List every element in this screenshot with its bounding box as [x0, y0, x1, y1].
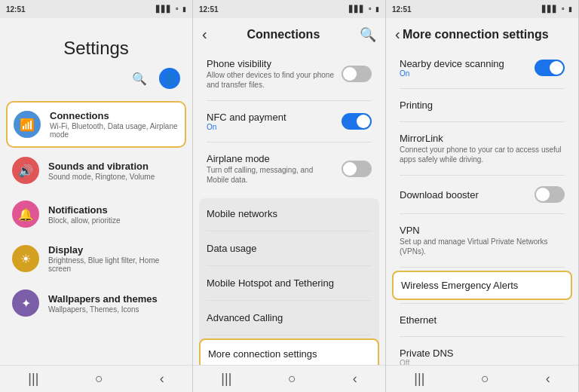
divider-m6	[400, 303, 565, 304]
vpn-subtitle: Set up and manage Virtual Private Networ…	[400, 237, 565, 256]
nearby-toggle[interactable]	[535, 60, 565, 76]
printing-title: Printing	[400, 100, 565, 111]
advanced-calling-item[interactable]: Advanced Calling	[199, 304, 379, 332]
back-button-3[interactable]: ‹	[395, 26, 400, 43]
notifications-title: Notifications	[48, 204, 180, 216]
more-connection-item[interactable]: More connection settings	[199, 338, 379, 365]
nav-back-3[interactable]: ‹	[546, 371, 550, 387]
wallpapers-subtitle: Wallpapers, Themes, Icons	[48, 305, 180, 314]
vpn-title: VPN	[400, 225, 565, 236]
nfc-item[interactable]: NFC and payment On	[199, 104, 379, 139]
nfc-text: NFC and payment On	[207, 112, 342, 131]
notifications-subtitle: Block, allow, prioritize	[48, 216, 180, 225]
hotspot-item[interactable]: Mobile Hotspot and Tethering	[199, 269, 379, 297]
nav-back-1[interactable]: ‹	[160, 371, 164, 387]
nearby-toggle-knob	[550, 61, 563, 75]
settings-item-notifications[interactable]: 🔔 Notifications Block, allow, prioritize	[6, 193, 186, 235]
airplane-title: Airplane mode	[207, 153, 335, 164]
nav-back-2[interactable]: ‹	[353, 371, 357, 387]
divider-6	[207, 335, 372, 335]
search-button[interactable]: 🔍	[129, 68, 150, 89]
signal-icon: ▋▋▋	[156, 5, 172, 13]
settings-item-sounds[interactable]: 🔊 Sounds and vibration Sound mode, Ringt…	[6, 149, 186, 191]
nfc-toggle-knob	[357, 115, 370, 128]
status-bar-3: 12:51 ▋▋▋ ⚬ ▮	[386, 0, 578, 18]
settings-item-wallpapers[interactable]: ✦ Wallpapers and themes Wallpapers, Them…	[6, 282, 186, 324]
more-connections-list: Nearby device scanning On Printing Mirro…	[386, 51, 578, 365]
connections-search-button[interactable]: 🔍	[360, 26, 376, 43]
printing-item[interactable]: Printing	[392, 92, 572, 118]
download-booster-toggle[interactable]	[535, 186, 565, 203]
mirrorlink-item[interactable]: MirrorLink Connect your phone to your ca…	[392, 125, 572, 172]
nav-home-1[interactable]: ○	[95, 371, 103, 387]
nav-home-3[interactable]: ○	[481, 371, 489, 387]
nearby-device-item[interactable]: Nearby device scanning On	[392, 51, 572, 85]
airplane-toggle-knob	[343, 162, 357, 176]
connections-header: ‹ Connections 🔍	[193, 18, 385, 51]
notifications-text: Notifications Block, allow, prioritize	[48, 204, 180, 225]
phone-visibility-item[interactable]: Phone visibility Allow other devices to …	[199, 51, 379, 97]
nearby-status: On	[400, 69, 535, 78]
divider-m2	[400, 121, 565, 122]
phone-visibility-toggle[interactable]	[342, 66, 372, 82]
wallpapers-title: Wallpapers and themes	[48, 293, 180, 305]
mirrorlink-subtitle: Connect your phone to your car to access…	[400, 145, 565, 164]
nav-items-group: Mobile networks Data usage Mobile Hotspo…	[199, 198, 379, 365]
nav-recent-3[interactable]: |||	[414, 371, 424, 387]
connections-page-title: Connections	[247, 28, 320, 41]
airplane-toggle[interactable]	[342, 161, 372, 177]
sounds-subtitle: Sound mode, Ringtone, Volume	[48, 173, 180, 181]
wifi-icon-2: ⚬	[367, 5, 373, 13]
wallpapers-icon: ✦	[12, 289, 39, 317]
divider-5	[207, 300, 372, 301]
avatar-button[interactable]: 👤	[159, 68, 180, 89]
nav-recent-1[interactable]: |||	[28, 371, 38, 387]
connections-icon: 📶	[14, 111, 41, 138]
wifi-symbol: 📶	[20, 118, 35, 132]
time-2: 12:51	[199, 5, 219, 14]
sounds-text: Sounds and vibration Sound mode, Rington…	[48, 161, 180, 181]
divider-2	[207, 142, 372, 142]
toggle-knob	[343, 67, 357, 81]
vpn-item[interactable]: VPN Set up and manage Virtual Private Ne…	[392, 217, 572, 264]
nfc-toggle[interactable]	[342, 113, 372, 130]
divider-3	[207, 231, 372, 231]
more-connections-header: ‹ More connection settings	[386, 18, 578, 51]
wifi-icon-3: ⚬	[560, 5, 566, 13]
airplane-item[interactable]: Airplane mode Turn off calling, messagin…	[199, 145, 379, 192]
private-dns-item[interactable]: Private DNS Off	[392, 340, 572, 365]
status-bar-1: 12:51 ▋▋▋ ⚬ ▮	[0, 0, 192, 18]
private-dns-status: Off	[400, 359, 565, 365]
sounds-icon: 🔊	[12, 157, 39, 184]
download-booster-item[interactable]: Download booster	[392, 179, 572, 210]
mobile-networks-item[interactable]: Mobile networks	[199, 200, 379, 228]
wireless-emergency-title: Wireless Emergency Alerts	[401, 280, 563, 291]
settings-list: 📶 Connections Wi-Fi, Bluetooth, Data usa…	[0, 101, 192, 365]
ethernet-item[interactable]: Ethernet	[392, 307, 572, 333]
nearby-title: Nearby device scanning	[400, 58, 535, 69]
status-icons-1: ▋▋▋ ⚬ ▮	[156, 5, 186, 13]
private-dns-title: Private DNS	[400, 348, 565, 359]
back-button-2[interactable]: ‹	[202, 26, 207, 43]
time-3: 12:51	[392, 5, 412, 14]
mobile-networks-title: Mobile networks	[207, 208, 372, 219]
settings-item-connections[interactable]: 📶 Connections Wi-Fi, Bluetooth, Data usa…	[6, 101, 186, 148]
display-subtitle: Brightness, Blue light filter, Home scre…	[48, 256, 180, 273]
settings-item-display[interactable]: ☀ Display Brightness, Blue light filter,…	[6, 237, 186, 280]
status-bar-2: 12:51 ▋▋▋ ⚬ ▮	[193, 0, 385, 18]
connections-text: Connections Wi-Fi, Bluetooth, Data usage…	[50, 110, 179, 139]
display-text: Display Brightness, Blue light filter, H…	[48, 244, 180, 273]
data-usage-item[interactable]: Data usage	[199, 234, 379, 262]
nav-home-2[interactable]: ○	[288, 371, 296, 387]
mirrorlink-title: MirrorLink	[400, 133, 565, 144]
hotspot-title: Mobile Hotspot and Tethering	[207, 277, 372, 289]
nav-recent-2[interactable]: |||	[221, 371, 231, 387]
connections-subtitle: Wi-Fi, Bluetooth, Data usage, Airplane m…	[50, 122, 179, 139]
download-booster-text: Download booster	[400, 189, 535, 201]
nav-bar-1: ||| ○ ‹	[0, 365, 192, 392]
display-icon: ☀	[12, 245, 39, 272]
nfc-status: On	[207, 123, 342, 131]
battery-icon: ▮	[182, 5, 186, 13]
wireless-emergency-item[interactable]: Wireless Emergency Alerts	[392, 271, 572, 300]
divider-m1	[400, 88, 565, 89]
